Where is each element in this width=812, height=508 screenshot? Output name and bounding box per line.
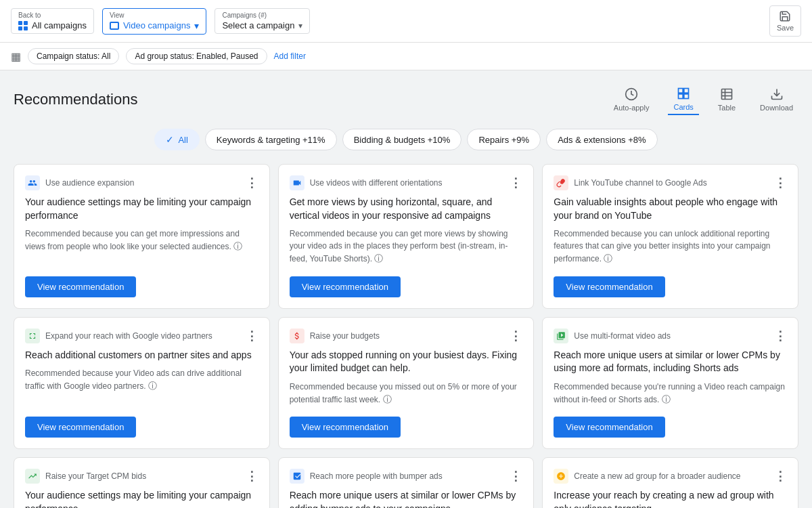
recommendation-card-7: Raise your Target CPM bids ⋮ Your audien… xyxy=(14,457,270,508)
view-recommendation-button[interactable]: View recommendation xyxy=(25,417,136,438)
filter-adgroup-status[interactable]: Ad group status: Enabled, Paused xyxy=(126,48,267,64)
view-recommendation-button[interactable]: View recommendation xyxy=(554,417,664,438)
svg-rect-1 xyxy=(679,89,683,93)
save-label: Save xyxy=(777,24,794,32)
cards-label: Cards xyxy=(673,103,693,111)
info-icon[interactable]: ⓘ xyxy=(233,241,242,251)
more-options-button[interactable]: ⋮ xyxy=(510,469,522,484)
main-content: Recommendations Auto-apply Cards xyxy=(0,70,812,508)
svg-rect-2 xyxy=(684,89,689,93)
budget-icon xyxy=(290,329,304,343)
filter-icon[interactable]: ▦ xyxy=(11,50,21,63)
audience-icon xyxy=(25,175,40,190)
view-controls: Auto-apply Cards Table xyxy=(608,84,798,115)
save-icon xyxy=(779,10,791,22)
card-header: Raise your budgets ⋮ xyxy=(290,329,523,343)
card-title: Reach more unique users at similar or lo… xyxy=(290,489,523,508)
recommendation-card-1: Use audience expansion ⋮ Your audience s… xyxy=(14,164,270,309)
chevron-down-icon: ▾ xyxy=(194,20,199,31)
card-title: Reach additional customers on partner si… xyxy=(25,349,258,362)
card-header: Use videos with different orientations ⋮ xyxy=(290,175,523,190)
view-recommendation-button[interactable]: View recommendation xyxy=(25,276,136,297)
card-header-left: Link YouTube channel to Google Ads xyxy=(554,175,706,190)
bumper-icon xyxy=(290,469,304,484)
save-button[interactable]: Save xyxy=(769,5,801,37)
card-header-left: Create a new ad group for a broader audi… xyxy=(554,469,740,484)
view-table[interactable]: Table xyxy=(713,85,741,114)
card-description: Recommended because you missed out on 5%… xyxy=(290,381,523,406)
tab-repairs[interactable]: Repairs +9% xyxy=(467,129,541,150)
more-options-button[interactable]: ⋮ xyxy=(246,469,258,484)
more-options-button[interactable]: ⋮ xyxy=(246,329,258,343)
view-recommendation-button[interactable]: View recommendation xyxy=(290,417,401,438)
monitor-icon xyxy=(110,22,119,30)
card-header: Link YouTube channel to Google Ads ⋮ xyxy=(554,175,787,190)
top-bar: Back to All campaigns View Video campaig… xyxy=(0,0,812,43)
campaign-selector[interactable]: Campaigns (#) Select a campaign ▾ xyxy=(215,8,310,34)
card-description: Recommended because you can unlock addit… xyxy=(554,228,787,266)
info-icon[interactable]: ⓘ xyxy=(374,253,383,263)
tab-bidding-label: Bidding & budgets +10% xyxy=(354,135,451,145)
info-icon[interactable]: ⓘ xyxy=(148,381,157,391)
more-options-button[interactable]: ⋮ xyxy=(774,175,787,190)
cards-icon xyxy=(677,87,690,100)
more-options-button[interactable]: ⋮ xyxy=(246,175,258,190)
recommendation-card-2: Use videos with different orientations ⋮… xyxy=(278,164,535,309)
view-recommendation-button[interactable]: View recommendation xyxy=(290,276,401,297)
tab-ads[interactable]: Ads & extensions +8% xyxy=(546,129,657,150)
card-title: Your ads stopped running on your busiest… xyxy=(290,349,523,375)
tab-bidding[interactable]: Bidding & budgets +10% xyxy=(342,129,462,150)
download-icon xyxy=(770,87,784,101)
add-filter-button[interactable]: Add filter xyxy=(274,51,306,61)
card-type-label: Use audience expansion xyxy=(45,178,134,188)
recommendation-card-3: Link YouTube channel to Google Ads ⋮ Gai… xyxy=(542,164,798,309)
card-description: Recommended because you can get more imp… xyxy=(25,228,258,266)
checkmark-icon: ✓ xyxy=(166,134,174,145)
recommendation-card-8: Reach more people with bumper ads ⋮ Reac… xyxy=(278,457,535,508)
filter-campaign-status[interactable]: Campaign status: All xyxy=(28,48,119,64)
view-download[interactable]: Download xyxy=(754,85,798,114)
more-options-button[interactable]: ⋮ xyxy=(774,329,787,343)
info-icon[interactable]: ⓘ xyxy=(383,394,392,404)
recommendation-card-9: Create a new ad group for a broader audi… xyxy=(542,457,798,508)
card-type-label: Use multi-format video ads xyxy=(574,331,671,341)
card-type-label: Raise your Target CPM bids xyxy=(45,471,146,481)
more-options-button[interactable]: ⋮ xyxy=(510,175,522,190)
card-type-label: Raise your budgets xyxy=(310,331,380,341)
view-dropdown[interactable]: View Video campaigns ▾ xyxy=(102,8,207,35)
card-type-label: Reach more people with bumper ads xyxy=(310,471,443,481)
table-label: Table xyxy=(718,104,736,112)
cards-grid: Use audience expansion ⋮ Your audience s… xyxy=(14,164,798,508)
card-title: Get more views by using horizontal, squa… xyxy=(290,196,523,222)
auto-apply-label: Auto-apply xyxy=(614,104,650,112)
expand-icon xyxy=(25,329,40,343)
download-label: Download xyxy=(760,104,793,112)
svg-rect-4 xyxy=(684,94,689,99)
view-cards[interactable]: Cards xyxy=(668,84,698,115)
back-to-button[interactable]: Back to All campaigns xyxy=(11,8,94,34)
info-icon[interactable]: ⓘ xyxy=(662,394,671,404)
more-options-button[interactable]: ⋮ xyxy=(774,469,787,484)
card-header-left: Raise your budgets xyxy=(290,329,380,343)
tab-all[interactable]: ✓ All xyxy=(154,129,199,150)
view-auto-apply[interactable]: Auto-apply xyxy=(608,85,655,114)
back-value: All campaigns xyxy=(18,20,87,30)
card-header-left: Reach more people with bumper ads xyxy=(290,469,443,484)
card-header-left: Use videos with different orientations xyxy=(290,175,443,190)
info-icon[interactable]: ⓘ xyxy=(604,253,612,263)
view-recommendation-button[interactable]: View recommendation xyxy=(554,276,664,297)
tab-keywords[interactable]: Keywords & targeting +11% xyxy=(205,129,337,150)
category-tabs: ✓ All Keywords & targeting +11% Bidding … xyxy=(14,129,798,150)
card-header: Raise your Target CPM bids ⋮ xyxy=(25,469,258,484)
page-title: Recommendations xyxy=(14,91,137,108)
more-options-button[interactable]: ⋮ xyxy=(510,329,522,343)
grid-icon xyxy=(18,21,28,30)
page-header: Recommendations Auto-apply Cards xyxy=(14,84,798,115)
cpm-icon xyxy=(25,469,40,484)
campaign-chevron-icon: ▾ xyxy=(298,21,302,30)
svg-rect-5 xyxy=(721,89,731,100)
create-icon xyxy=(554,469,568,484)
video-icon xyxy=(290,175,304,190)
card-header: Reach more people with bumper ads ⋮ xyxy=(290,469,523,484)
card-description: Recommended because you're running a Vid… xyxy=(554,381,787,406)
